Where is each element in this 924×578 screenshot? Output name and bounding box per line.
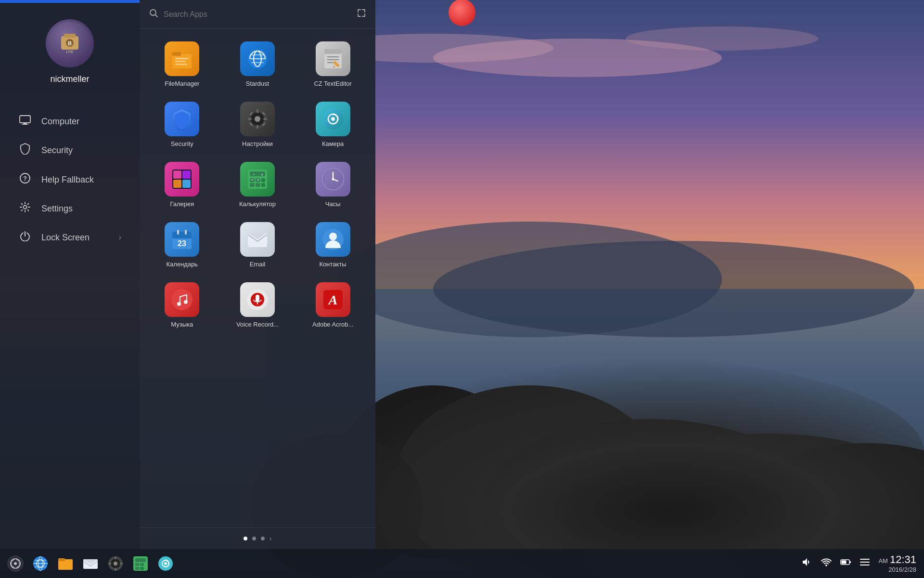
taskbar: AM 12:31 2016/2/28 [0, 549, 924, 578]
svg-text:LITE: LITE [66, 50, 74, 53]
notification-circle[interactable] [449, 0, 475, 26]
app-item-security[interactable]: Security [148, 97, 216, 152]
svg-rect-81 [172, 236, 192, 238]
svg-rect-48 [248, 118, 252, 120]
app-name-calendar: Календарь [167, 261, 198, 268]
app-item-calendar[interactable]: 23 Календарь [148, 217, 216, 273]
wifi-icon[interactable] [821, 556, 832, 571]
app-item-calculator[interactable]: × − + × Калькулятор [224, 157, 291, 212]
app-item-clock[interactable]: Часы [299, 157, 367, 212]
svg-rect-93 [256, 295, 259, 302]
svg-rect-30 [175, 64, 187, 65]
battery-icon[interactable] [840, 556, 851, 571]
sidebar-item-computer[interactable]: Computer [4, 108, 136, 134]
svg-point-111 [114, 562, 117, 565]
svg-point-45 [255, 116, 260, 122]
app-item-email[interactable]: Email [224, 217, 291, 273]
taskbar-filemanager-icon[interactable] [54, 552, 77, 575]
expand-icon[interactable] [357, 9, 366, 20]
svg-text:?: ? [23, 175, 27, 182]
app-item-cztexteditor[interactable]: CZ TextEditor [299, 37, 367, 92]
search-bar [140, 0, 375, 29]
svg-point-125 [826, 565, 827, 566]
svg-rect-82 [177, 230, 179, 235]
clock-icon [316, 162, 350, 197]
taskbar-camera-icon[interactable] [154, 552, 177, 575]
taskbar-email-icon[interactable] [79, 552, 102, 575]
music-icon [165, 282, 199, 317]
svg-rect-107 [58, 558, 65, 561]
app-name-filemanager: FileManager [165, 80, 199, 87]
apps-row-4: 23 Календарь Email [144, 217, 371, 273]
app-item-voicerecorder[interactable]: Voice Record... [224, 277, 291, 333]
taskbar-calculator-icon[interactable] [129, 552, 152, 575]
settings-app-icon [240, 102, 275, 136]
page-dot-1[interactable] [244, 537, 247, 540]
svg-rect-59 [182, 171, 191, 179]
app-item-adobeacrobat[interactable]: A Adobe Acrob... [299, 277, 367, 333]
svg-rect-61 [182, 180, 191, 188]
adobeacrobat-icon: A [316, 282, 350, 317]
svg-point-87 [329, 233, 337, 240]
app-name-stardust: Stardust [246, 80, 269, 87]
taskbar-time: 12:31 [890, 553, 916, 566]
page-next-arrow[interactable]: › [270, 535, 272, 542]
apps-grid: FileManager Stardust [140, 29, 375, 527]
svg-rect-112 [115, 556, 116, 559]
app-name-clock: Часы [325, 200, 341, 208]
app-name-contacts: Контакты [320, 261, 346, 268]
svg-rect-83 [185, 230, 187, 235]
taskbar-ampm: AM [878, 557, 888, 565]
app-name-gallery: Галерея [170, 200, 194, 208]
page-dot-2[interactable] [252, 537, 256, 540]
app-item-settings-app[interactable]: Настройки [224, 97, 291, 152]
search-input[interactable] [164, 10, 351, 19]
svg-point-90 [184, 300, 188, 304]
page-dots: › [140, 527, 375, 549]
menu-lines-icon[interactable] [859, 556, 871, 571]
taskbar-time-display: AM 12:31 2016/2/28 [878, 553, 916, 574]
svg-text:B: B [68, 40, 72, 46]
taskbar-launcher-icon[interactable] [4, 552, 27, 575]
shield-icon [18, 143, 32, 158]
sidebar-item-lockscreen-label: Lock Screen [41, 233, 109, 243]
cztexteditor-icon [316, 41, 350, 76]
taskbar-settings-icon[interactable] [104, 552, 127, 575]
app-item-music[interactable]: Музыка [148, 277, 216, 333]
page-dot-3[interactable] [261, 537, 265, 540]
svg-text:×: × [257, 178, 259, 182]
app-item-stardust[interactable]: Stardust [224, 37, 291, 92]
sidebar: B LITE nickmeller Computer [0, 0, 140, 549]
voicerecorder-icon [240, 282, 275, 317]
svg-rect-117 [135, 558, 146, 562]
svg-rect-69 [250, 183, 255, 187]
svg-text:23: 23 [178, 239, 186, 248]
app-item-filemanager[interactable]: FileManager [148, 37, 216, 92]
volume-icon[interactable] [801, 556, 813, 571]
svg-point-23 [24, 206, 27, 209]
app-item-gallery[interactable]: Галерея [148, 157, 216, 212]
svg-point-89 [177, 302, 181, 306]
sidebar-item-security[interactable]: Security [4, 136, 136, 164]
app-item-camera[interactable]: Камера [299, 97, 367, 152]
app-item-contacts[interactable]: Контакты [299, 217, 367, 273]
stardust-icon [240, 41, 275, 76]
svg-line-25 [155, 15, 157, 17]
svg-rect-49 [263, 118, 267, 120]
app-name-email: Email [250, 261, 266, 268]
sidebar-item-lockscreen[interactable]: Lock Screen › [4, 224, 136, 251]
sidebar-item-settings[interactable]: Settings [4, 195, 136, 222]
help-icon: ? [18, 173, 32, 186]
avatar[interactable]: B LITE [46, 19, 94, 67]
sidebar-item-security-label: Security [41, 145, 121, 156]
svg-point-88 [171, 289, 192, 310]
top-bar [0, 0, 140, 3]
apps-row-5: Музыка Voice Record... [144, 277, 371, 333]
sidebar-item-help[interactable]: ? Help Fallback [4, 166, 136, 193]
svg-rect-128 [842, 560, 847, 564]
taskbar-browser-icon[interactable] [29, 552, 52, 575]
sidebar-user-section: B LITE nickmeller [0, 0, 140, 99]
apps-row-3: Галерея × − [144, 157, 371, 212]
sidebar-item-settings-label: Settings [41, 204, 121, 214]
svg-rect-29 [175, 61, 186, 62]
